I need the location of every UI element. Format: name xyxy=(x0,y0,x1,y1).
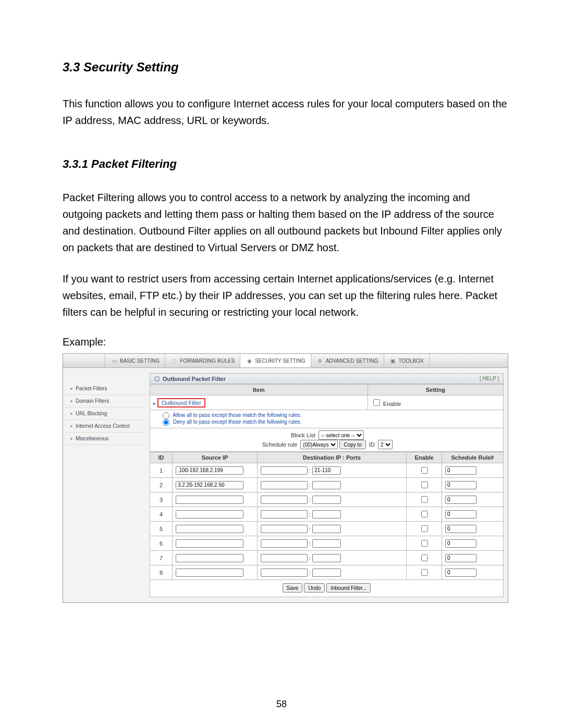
dest-ip-input[interactable] xyxy=(261,496,308,504)
row-id: 8 xyxy=(150,565,173,580)
allow-radio[interactable] xyxy=(163,412,169,419)
tab-label: ADVANCED SETTING xyxy=(326,358,378,364)
source-ip-input[interactable] xyxy=(176,525,243,533)
row-enable-checkbox[interactable] xyxy=(421,467,428,474)
dest-ip-input[interactable] xyxy=(261,569,308,577)
tab-security-setting[interactable]: ◉ SECURITY SETTING xyxy=(240,354,311,367)
table-row: 4 : xyxy=(150,507,504,522)
undo-button[interactable]: Undo xyxy=(304,583,325,593)
tab-label: TOOLBOX xyxy=(399,358,424,364)
dest-port-input[interactable] xyxy=(312,569,341,577)
tab-forwarding-rules[interactable]: ◌ FORWARDING RULES xyxy=(165,354,240,367)
schedule-rule-input[interactable] xyxy=(445,481,476,489)
panel-titlebar: ▢ Outbound Packet Filter [ HELP ] xyxy=(150,373,504,384)
dest-ip-input[interactable] xyxy=(261,510,308,519)
copy-to-button[interactable]: Copy to xyxy=(339,440,365,449)
source-ip-input[interactable] xyxy=(176,496,243,504)
sidebar-item-label: Internet Access Control xyxy=(76,423,129,429)
dest-ip-input[interactable] xyxy=(261,466,308,475)
toolbox-icon: ▣ xyxy=(389,357,397,364)
source-ip-input[interactable] xyxy=(176,554,243,562)
source-ip-input[interactable] xyxy=(176,510,243,519)
col-id: ID xyxy=(150,452,173,463)
row-enable-checkbox[interactable] xyxy=(421,496,428,503)
row-id: 1 xyxy=(150,463,173,478)
inbound-filter-button[interactable]: Inbound Filter... xyxy=(326,583,371,593)
row-enable-checkbox[interactable] xyxy=(421,569,428,576)
dest-port-input[interactable] xyxy=(312,496,341,504)
dest-port-input[interactable] xyxy=(312,554,341,562)
schedule-rule-input[interactable] xyxy=(445,525,476,533)
row-enable-checkbox[interactable] xyxy=(421,511,428,517)
shield-icon: ◉ xyxy=(246,357,253,364)
source-ip-input[interactable] xyxy=(176,569,243,577)
schedule-rule-input[interactable] xyxy=(445,510,476,519)
enable-label: Enable xyxy=(383,401,401,407)
table-row: 6 : xyxy=(150,536,504,551)
dest-ip-input[interactable] xyxy=(261,554,308,562)
subsection-heading: 3.3.1 Packet Filtering xyxy=(63,157,508,171)
dest-port-input[interactable] xyxy=(312,510,341,519)
schedule-rule-input[interactable] xyxy=(445,554,476,562)
sidebar-item-domain-filters[interactable]: Domain Filters xyxy=(63,395,146,408)
col-destination: Destination IP : Ports xyxy=(258,452,407,463)
schedule-rule-input[interactable] xyxy=(445,539,476,548)
dest-port-input[interactable] xyxy=(312,539,341,548)
sidebar-item-internet-access-control[interactable]: Internet Access Control xyxy=(63,420,146,433)
row-id: 3 xyxy=(150,492,173,507)
enable-checkbox[interactable] xyxy=(373,399,380,406)
bullet-icon xyxy=(70,400,72,402)
dest-port-input[interactable] xyxy=(312,525,341,533)
schedule-rule-label: Schedule rule xyxy=(262,441,297,448)
bullet-icon xyxy=(70,413,72,415)
arrow-right-icon: ▸ xyxy=(153,401,156,406)
dest-ip-input[interactable] xyxy=(261,525,308,533)
sidebar-item-miscellaneous[interactable]: Miscellaneous xyxy=(63,433,146,445)
row-enable-checkbox[interactable] xyxy=(421,540,428,547)
dest-ip-input[interactable] xyxy=(261,539,308,548)
save-button[interactable]: Save xyxy=(283,583,303,593)
row-id: 5 xyxy=(150,522,173,536)
sidebar-item-label: Domain Filters xyxy=(76,398,109,404)
body-paragraph-1: Packet Filtering allows you to control a… xyxy=(63,189,508,256)
row-enable-checkbox[interactable] xyxy=(421,554,428,561)
main-panel: ▢ Outbound Packet Filter [ HELP ] Item S… xyxy=(146,368,508,602)
dest-port-input[interactable] xyxy=(312,481,341,489)
row-enable-checkbox[interactable] xyxy=(421,482,428,488)
example-label: Example: xyxy=(63,336,508,348)
source-ip-input[interactable] xyxy=(176,466,243,475)
body-paragraph-2: If you want to restrict users from acces… xyxy=(63,270,508,320)
deny-radio[interactable] xyxy=(163,419,169,426)
blocklist-select[interactable]: -- select one -- xyxy=(319,430,364,440)
schedule-rule-input[interactable] xyxy=(445,569,476,577)
schedule-rule-input[interactable] xyxy=(445,496,476,504)
tab-toolbox[interactable]: ▣ TOOLBOX xyxy=(384,354,430,367)
gear-icon: ⚙ xyxy=(316,357,324,364)
source-ip-input[interactable] xyxy=(176,481,243,489)
tab-label: FORWARDING RULES xyxy=(180,358,235,364)
sidebar-item-packet-filters[interactable]: Packet Filters xyxy=(63,382,146,395)
col-schedule-rule: Schedule Rule# xyxy=(442,452,504,463)
table-row: 2 : xyxy=(150,478,504,492)
col-source-ip: Source IP xyxy=(173,452,258,463)
sidebar-item-url-blocking[interactable]: URL Blocking xyxy=(63,408,146,420)
schedule-rule-select[interactable]: (00)Always xyxy=(300,440,338,449)
footer-buttons: Save Undo Inbound Filter... xyxy=(150,580,504,597)
globe-icon: ◌ xyxy=(170,357,178,364)
schedule-rule-input[interactable] xyxy=(445,466,476,475)
bullet-icon xyxy=(70,388,72,390)
row-enable-checkbox[interactable] xyxy=(421,525,428,532)
bullet-icon xyxy=(70,425,72,427)
table-row: 3 : xyxy=(150,492,504,507)
dest-port-input[interactable] xyxy=(312,466,341,475)
tab-advanced-setting[interactable]: ⚙ ADVANCED SETTING xyxy=(311,354,384,367)
tab-basic-setting[interactable]: ▭ BASIC SETTING xyxy=(105,354,165,367)
blocklist-label: Block List xyxy=(291,432,315,438)
id-select[interactable]: 2 xyxy=(378,440,393,449)
source-ip-input[interactable] xyxy=(176,539,243,548)
row-id: 4 xyxy=(150,507,173,522)
section-heading: 3.3 Security Setting xyxy=(63,60,508,75)
help-link[interactable]: [ HELP ] xyxy=(480,376,499,381)
rules-table: ID Source IP Destination IP : Ports Enab… xyxy=(150,452,504,580)
dest-ip-input[interactable] xyxy=(261,481,308,489)
